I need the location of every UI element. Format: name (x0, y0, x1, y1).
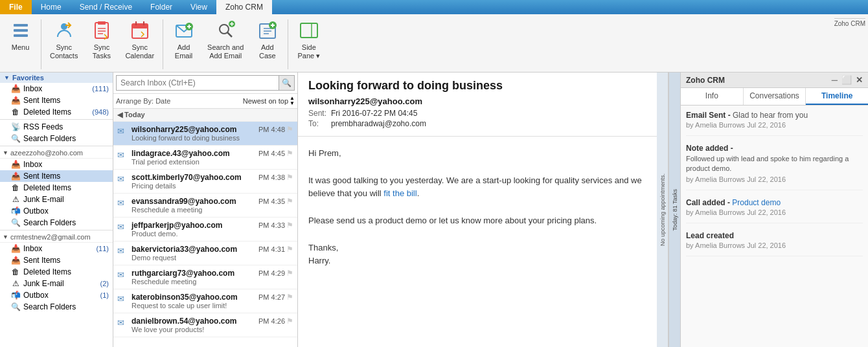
sync-calendar-icon (130, 20, 150, 41)
side-pane-button[interactable]: SidePane ▾ (291, 17, 326, 63)
sidebar-item-deleted-crm[interactable]: 🗑 Deleted Items (0, 266, 113, 278)
email-item-3[interactable]: ✉ evanssandra99@yahoo.com PM 4:35 Resche… (113, 194, 297, 218)
tab-view[interactable]: View (181, 0, 216, 14)
crm-entry-title-1: Note added - (686, 144, 863, 153)
search-input[interactable] (116, 75, 279, 91)
sidebar-account-azeez[interactable]: ▼ azeezzoho@zoho.com (0, 148, 113, 159)
email-item-0[interactable]: ✉ wilsonharry225@yahoo.com PM 4:48 Looki… (113, 122, 297, 146)
svg-rect-2 (14, 34, 28, 37)
crm-tab-conversations[interactable]: Conversations (744, 88, 806, 105)
sidebar-item-deleted-fav[interactable]: 🗑 Deleted Items (948) (0, 106, 113, 118)
sidebar-item-searchfolders-crm[interactable]: 🔍 Search Folders (0, 301, 113, 313)
email-flag-1[interactable]: ⚑ (286, 149, 293, 158)
sidebar-item-sent-crm[interactable]: 📤 Sent Items (0, 254, 113, 266)
email-flag-6[interactable]: ⚑ (286, 269, 293, 278)
sep3 (288, 19, 288, 69)
email-item-1[interactable]: ✉ lindagrace.43@yahoo.com PM 4:45 Trial … (113, 146, 297, 170)
sent3-icon: 📤 (10, 256, 21, 265)
email-sender-2: scott.kimberly70@yahoo.com (131, 173, 242, 182)
email-icon-0: ✉ (117, 126, 129, 136)
email-flag-7[interactable]: ⚑ (286, 293, 293, 302)
email-flag-4[interactable]: ⚑ (286, 221, 293, 230)
sync-contacts-button[interactable]: SyncContacts (44, 17, 84, 63)
search-add-email-button[interactable]: Search andAdd Email (201, 17, 249, 63)
sidebar-item-search[interactable]: 🔍 Search Folders (0, 133, 113, 144)
email-top-3: evanssandra99@yahoo.com PM 4:35 (131, 197, 285, 206)
sort-arrows[interactable]: ▲ ▼ (290, 96, 295, 106)
sync-calendar-button[interactable]: SyncCalendar (119, 17, 160, 63)
to-val: prembharadwaj@zoho.com (331, 119, 426, 128)
sidebar-item-junk-azeez[interactable]: ⚠ Junk E-mail (0, 194, 113, 205)
email-item-8[interactable]: ✉ danielbrown.54@yahoo.com PM 4:26 We lo… (113, 313, 297, 337)
sent-val: Fri 2016-07-22 PM 04:45 (331, 109, 417, 118)
search-button[interactable]: 🔍 (279, 75, 295, 91)
sidebar-inbox2-label: Inbox (23, 160, 109, 169)
email-flag-2[interactable]: ⚑ (286, 173, 293, 182)
email-flag-5[interactable]: ⚑ (286, 245, 293, 254)
add-case-button[interactable]: AddCase (249, 17, 285, 63)
tab-folder[interactable]: Folder (141, 0, 181, 14)
sep1 (41, 19, 41, 69)
tab-home[interactable]: Home (32, 0, 71, 14)
email-date-group: ◀ Today (113, 109, 297, 122)
crm-tab-info[interactable]: Info (681, 88, 744, 105)
sidebar-item-searchfolders-azeez[interactable]: 🔍 Search Folders (0, 217, 113, 229)
svg-rect-0 (14, 24, 28, 27)
email-flag-8[interactable]: ⚑ (286, 317, 293, 326)
file-tab[interactable]: File (0, 0, 32, 14)
inbox-icon: 📥 (10, 84, 21, 93)
email-subject-0: Looking forward to doing business (131, 134, 285, 142)
reading-pane-header: Looking forward to doing business wilson… (298, 73, 657, 137)
sidebar-junk-label: Junk E-mail (23, 195, 109, 204)
email-subject-4: Product demo. (131, 230, 285, 238)
email-item-7[interactable]: ✉ katerobinson35@yahoo.com PM 4:27 Reque… (113, 289, 297, 313)
sidebar-item-rss[interactable]: 📡 RSS Feeds (0, 121, 113, 133)
sidebar-item-deleted-azeez[interactable]: 🗑 Deleted Items (0, 182, 113, 194)
today-tasks-text: Today: 81 Tasks (672, 189, 678, 230)
tab-send-receive[interactable]: Send / Receive (71, 0, 141, 14)
crm-minimize-button[interactable]: ─ (832, 75, 838, 85)
menu-button[interactable]: Menu (3, 17, 38, 63)
email-item-5[interactable]: ✉ bakervictoria33@yahoo.com PM 4:31 Demo… (113, 241, 297, 265)
sidebar-inbox3-label: Inbox (23, 244, 96, 253)
email-content-7: katerobinson35@yahoo.com PM 4:27 Request… (131, 293, 285, 309)
sidebar-item-inbox-fav[interactable]: 📥 Inbox (111) (0, 83, 113, 95)
sidebar-item-inbox-azeez[interactable]: 📥 Inbox (0, 159, 113, 170)
reading-pane: Looking forward to doing business wilson… (298, 73, 657, 347)
outbox2-icon: 📬 (10, 291, 21, 300)
crm-close-button[interactable]: ✕ (856, 75, 863, 85)
email-subject-2: Pricing details (131, 182, 285, 190)
sync-tasks-button[interactable]: SyncTasks (84, 17, 119, 63)
svg-rect-29 (301, 23, 317, 38)
email-time-0: PM 4:48 (258, 126, 285, 133)
sidebar-item-sent-azeez[interactable]: 📤 Sent Items (0, 170, 113, 182)
sidebar-account-crm[interactable]: ▼ crmtestnew2@gmail.com (0, 232, 113, 243)
crm-entry-3: Lead created by Amelia Burrows Jul 22, 2… (686, 231, 863, 256)
sidebar-item-sent-fav[interactable]: 📤 Sent Items (0, 95, 113, 106)
email-item-4[interactable]: ✉ jeffparkerjp@yahoo.com PM 4:33 Product… (113, 218, 297, 241)
crm-tab-timeline[interactable]: Timeline (806, 88, 868, 105)
sidebar-item-junk-crm[interactable]: ⚠ Junk E-mail (2) (0, 278, 113, 289)
crm-entry-link-2[interactable]: Product demo (732, 198, 781, 207)
sidebar-item-outbox-azeez[interactable]: 📬 Outbox (0, 205, 113, 217)
add-email-button[interactable]: AddEmail (166, 17, 201, 63)
tab-zoho-crm[interactable]: Zoho CRM (216, 0, 272, 14)
favorites-triangle: ▼ (4, 74, 10, 81)
email-icon-5: ✉ (117, 246, 129, 256)
crm-restore-button[interactable]: ⬜ (841, 75, 852, 85)
email-subject-1: Trial period extension (131, 158, 285, 166)
email-time-7: PM 4:27 (258, 293, 285, 301)
email-item-2[interactable]: ✉ scott.kimberly70@yahoo.com PM 4:38 Pri… (113, 170, 297, 194)
email-flag-0[interactable]: ⚑ (286, 125, 293, 134)
email-time-5: PM 4:31 (258, 245, 285, 253)
sidebar-item-inbox-crm[interactable]: 📥 Inbox (11) (0, 243, 113, 254)
sort-value[interactable]: Newest on top (243, 97, 288, 105)
today-tasks-bar[interactable]: Today: 81 Tasks (668, 73, 680, 347)
sidebar-item-outbox-crm[interactable]: 📬 Outbox (1) (0, 289, 113, 301)
email-flag-3[interactable]: ⚑ (286, 197, 293, 206)
menu-label: Menu (12, 43, 30, 52)
email-item-6[interactable]: ✉ ruthgarciarg73@yahoo.com PM 4:29 Resch… (113, 265, 297, 289)
sidebar-inbox3-count: (11) (96, 245, 109, 252)
sidebar-favorites-header[interactable]: ▼ Favorites (0, 73, 113, 83)
body-para-1: Hi Prem, (308, 147, 646, 161)
